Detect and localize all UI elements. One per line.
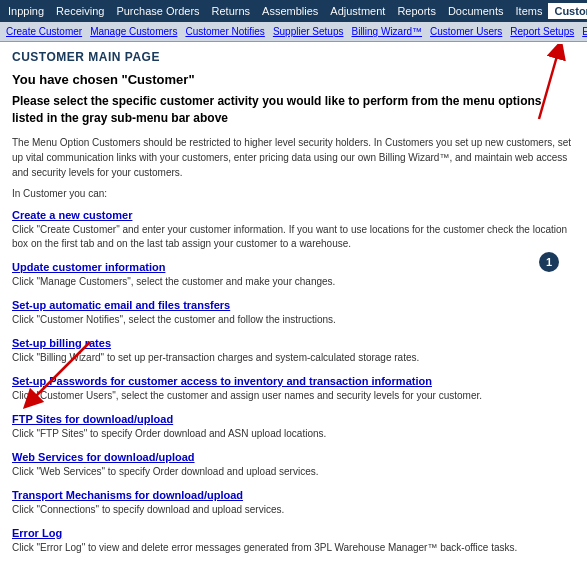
desc-email-files: Click "Customer Notifies", select the cu… — [12, 314, 336, 325]
desc-ftp: Click "FTP Sites" to specify Order downl… — [12, 428, 326, 439]
badge-1: 1 — [539, 252, 559, 272]
desc-create-customer: Click "Create Customer" and enter your c… — [12, 224, 567, 249]
sub-navigation: Create Customer Manage Customers Custome… — [0, 22, 587, 42]
section-update-customer: Update customer information Click "Manag… — [12, 261, 575, 289]
subnav-customer-users[interactable]: Customer Users — [426, 24, 506, 39]
nav-item-purchase-orders[interactable]: Purchase Orders — [110, 3, 205, 19]
link-create-customer[interactable]: Create a new customer — [12, 209, 575, 221]
instruction-header: Please select the specific customer acti… — [12, 93, 575, 127]
nav-item-adjustment[interactable]: Adjustment — [324, 3, 391, 19]
section-billing-rates: Set-up billing rates Click "Billing Wiza… — [12, 337, 575, 365]
subnav-customer-notifies[interactable]: Customer Notifies — [181, 24, 268, 39]
desc-transport: Click "Connections" to specify download … — [12, 504, 284, 515]
link-billing-rates[interactable]: Set-up billing rates — [12, 337, 575, 349]
page-content: 1 Customer Main Page You have chosen "Cu… — [0, 42, 587, 563]
chosen-header: You have chosen "Customer" — [12, 72, 575, 87]
desc-error-log: Click "Error Log" to view and delete err… — [12, 542, 517, 553]
link-update-customer[interactable]: Update customer information — [12, 261, 575, 273]
section-transport: Transport Mechanisms for download/upload… — [12, 489, 575, 517]
nav-item-documents[interactable]: Documents — [442, 3, 510, 19]
subnav-error-log[interactable]: Error Log — [578, 24, 587, 39]
link-transport[interactable]: Transport Mechanisms for download/upload — [12, 489, 575, 501]
subnav-billing-wizard[interactable]: Billing Wizard™ — [347, 24, 426, 39]
nav-item-reports[interactable]: Reports — [391, 3, 442, 19]
nav-item-inpping[interactable]: Inpping — [2, 3, 50, 19]
link-web-services[interactable]: Web Services for download/upload — [12, 451, 575, 463]
section-ftp: FTP Sites for download/upload Click "FTP… — [12, 413, 575, 441]
nav-item-customer[interactable]: Customer — [548, 3, 587, 19]
desc-billing-rates: Click "Billing Wizard" to set up per-tra… — [12, 352, 419, 363]
can-do-text: In Customer you can: — [12, 188, 575, 199]
subnav-supplier-setups[interactable]: Supplier Setups — [269, 24, 348, 39]
desc-passwords: Click "Customer Users", select the custo… — [12, 390, 482, 401]
link-email-files[interactable]: Set-up automatic email and files transfe… — [12, 299, 575, 311]
subnav-report-setups[interactable]: Report Setups — [506, 24, 578, 39]
link-ftp[interactable]: FTP Sites for download/upload — [12, 413, 575, 425]
nav-item-receiving[interactable]: Receiving — [50, 3, 110, 19]
link-error-log[interactable]: Error Log — [12, 527, 575, 539]
nav-item-returns[interactable]: Returns — [206, 3, 257, 19]
section-error-log: Error Log Click "Error Log" to view and … — [12, 527, 575, 555]
desc-update-customer: Click "Manage Customers", select the cus… — [12, 276, 335, 287]
desc-web-services: Click "Web Services" to specify Order do… — [12, 466, 319, 477]
section-create-customer: Create a new customer Click "Create Cust… — [12, 209, 575, 251]
description-text: The Menu Option Customers should be rest… — [12, 135, 575, 180]
nav-item-assemblies[interactable]: Assemblies — [256, 3, 324, 19]
section-email-files: Set-up automatic email and files transfe… — [12, 299, 575, 327]
top-navigation: Inpping Receiving Purchase Orders Return… — [0, 0, 587, 22]
section-web-services: Web Services for download/upload Click "… — [12, 451, 575, 479]
section-passwords: Set-up Passwords for customer access to … — [12, 375, 575, 403]
nav-item-items[interactable]: Items — [510, 3, 549, 19]
subnav-create-customer[interactable]: Create Customer — [2, 24, 86, 39]
link-passwords[interactable]: Set-up Passwords for customer access to … — [12, 375, 575, 387]
subnav-manage-customers[interactable]: Manage Customers — [86, 24, 181, 39]
page-title: Customer Main Page — [12, 50, 575, 64]
